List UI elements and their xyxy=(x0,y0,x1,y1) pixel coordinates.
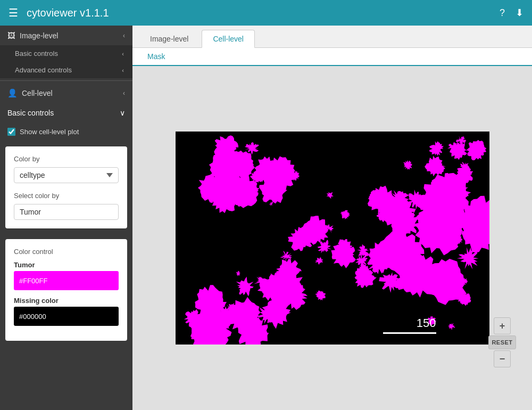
color-by-select[interactable]: celltype xyxy=(14,167,119,183)
image-level-left: 🖼 Image-level xyxy=(7,31,58,40)
basic-controls-header[interactable]: Basic controls ∨ xyxy=(0,103,132,122)
basic-controls-image-label: Basic controls xyxy=(15,50,58,58)
sidebar-item-advanced-controls[interactable]: Advanced controls ‹ xyxy=(0,62,132,78)
cell-level-icon: 👤 xyxy=(7,88,18,98)
basic-controls-label: Basic controls xyxy=(7,109,54,117)
missing-color-label: Missing color xyxy=(14,297,119,305)
sidebar-item-basic-controls-image[interactable]: Basic controls ‹ xyxy=(0,45,132,62)
basic-controls-image-chevron: ‹ xyxy=(122,51,124,57)
image-container: 150 xyxy=(176,132,489,345)
show-plot-row[interactable]: Show cell-level plot xyxy=(0,122,132,141)
menu-icon[interactable]: ☰ xyxy=(9,6,18,19)
color-control-card: Color control Tumor #FF00FF Missing colo… xyxy=(5,239,127,341)
zoom-reset-button[interactable]: RESET xyxy=(488,335,516,349)
image-level-chevron: ‹ xyxy=(123,32,125,39)
sidebar: 🖼 Image-level ‹ Basic controls ‹ Advance… xyxy=(0,26,132,410)
cell-level-chevron: ‹ xyxy=(123,89,125,97)
color-control-title: Color control xyxy=(14,248,119,256)
image-level-label: Image-level xyxy=(20,31,58,40)
zoom-out-button[interactable]: − xyxy=(494,350,511,367)
select-color-by-label: Select color by xyxy=(14,192,119,200)
main-layout: 🖼 Image-level ‹ Basic controls ‹ Advance… xyxy=(0,26,532,410)
help-icon[interactable]: ? xyxy=(500,7,505,19)
app-header: ☰ cytoviewer v1.1.1 ? ⬇ xyxy=(0,0,532,26)
scale-bar: 150 xyxy=(383,316,436,334)
scale-number: 150 xyxy=(417,316,436,330)
tab-bar: Image-level Cell-level xyxy=(132,26,532,48)
sidebar-item-image-level[interactable]: 🖼 Image-level ‹ xyxy=(0,26,132,45)
show-plot-label: Show cell-level plot xyxy=(20,128,79,136)
header-actions: ? ⬇ xyxy=(500,7,523,19)
tab-cell-level[interactable]: Cell-level xyxy=(202,30,255,48)
cell-level-label: Cell-level xyxy=(22,89,53,97)
cell-level-left: 👤 Cell-level xyxy=(7,88,53,98)
sidebar-item-cell-level[interactable]: 👤 Cell-level ‹ xyxy=(0,83,132,103)
zoom-in-button[interactable]: + xyxy=(494,317,511,334)
advanced-controls-label: Advanced controls xyxy=(15,66,72,74)
sub-tab-bar: Mask xyxy=(132,48,532,66)
show-plot-checkbox[interactable] xyxy=(7,128,15,136)
basic-controls-chevron: ∨ xyxy=(120,109,125,117)
tumor-color-hex: #FF00FF xyxy=(19,277,47,285)
color-by-card: Color by celltype Select color by xyxy=(5,146,127,228)
zoom-controls: + RESET − xyxy=(488,317,516,367)
missing-color-swatch[interactable]: #000000 xyxy=(14,307,119,326)
advanced-controls-chevron: ‹ xyxy=(122,67,124,73)
missing-color-hex: #000000 xyxy=(19,313,46,321)
tumor-label: Tumor xyxy=(14,261,119,269)
viewer-area: 150 + RESET − xyxy=(132,66,532,410)
scale-bar-line xyxy=(383,332,436,334)
download-icon[interactable]: ⬇ xyxy=(516,7,523,19)
cell-canvas[interactable] xyxy=(176,132,489,345)
select-color-by-section: Select color by xyxy=(14,192,119,220)
color-by-label: Color by xyxy=(14,155,119,163)
sub-tab-mask[interactable]: Mask xyxy=(139,48,173,66)
select-color-by-input[interactable] xyxy=(14,204,119,220)
content-area: Image-level Cell-level Mask 150 xyxy=(132,26,532,410)
image-level-sub-items: Basic controls ‹ Advanced controls ‹ xyxy=(0,45,132,78)
tumor-color-swatch[interactable]: #FF00FF xyxy=(14,271,119,290)
app-title: cytoviewer v1.1.1 xyxy=(27,7,500,19)
image-level-icon: 🖼 xyxy=(7,31,15,40)
tab-image-level[interactable]: Image-level xyxy=(139,30,200,47)
